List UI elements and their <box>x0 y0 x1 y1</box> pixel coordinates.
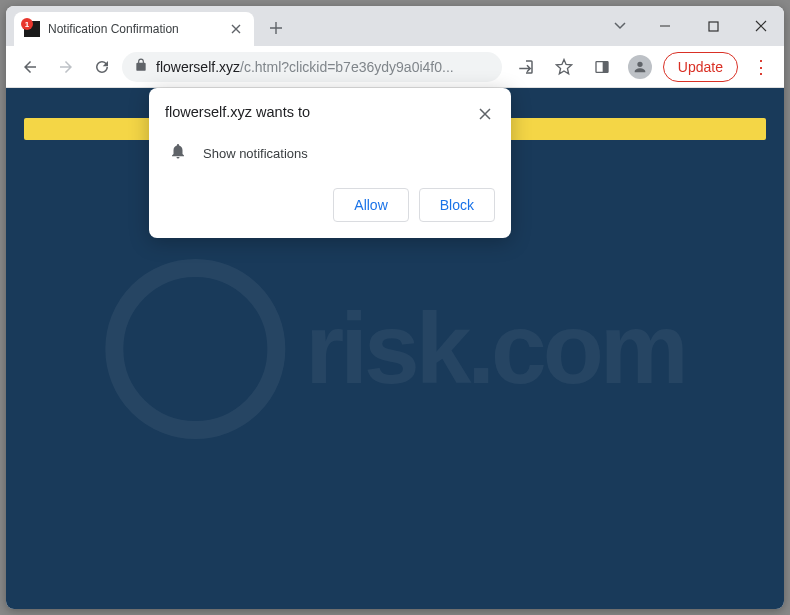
address-bar[interactable]: flowerself.xyz/c.html?clickid=b7e36ydy9a… <box>122 52 502 82</box>
window-controls <box>600 6 784 46</box>
update-button[interactable]: Update <box>663 52 738 82</box>
tab-active[interactable]: 1 Notification Confirmation <box>14 12 254 46</box>
sidepanel-button[interactable] <box>587 52 617 82</box>
tab-close-button[interactable] <box>228 21 244 37</box>
dialog-close-button[interactable] <box>475 104 495 124</box>
toolbar: flowerself.xyz/c.html?clickid=b7e36ydy9a… <box>6 46 784 88</box>
svg-rect-2 <box>603 61 608 72</box>
url-text: flowerself.xyz/c.html?clickid=b7e36ydy9a… <box>156 59 490 75</box>
tab-favicon: 1 <box>24 21 40 37</box>
maximize-button[interactable] <box>690 10 736 42</box>
bookmark-button[interactable] <box>549 52 579 82</box>
share-button[interactable] <box>511 52 541 82</box>
tabs-area: 1 Notification Confirmation <box>6 6 290 46</box>
block-button[interactable]: Block <box>419 188 495 222</box>
browser-window: 1 Notification Confirmation <box>6 6 784 609</box>
tab-title: Notification Confirmation <box>48 22 179 36</box>
dialog-body-text: Show notifications <box>203 146 308 161</box>
favicon-badge: 1 <box>21 18 33 30</box>
dialog-title: flowerself.xyz wants to <box>165 104 310 120</box>
titlebar: 1 Notification Confirmation <box>6 6 784 46</box>
svg-rect-0 <box>709 22 718 31</box>
tab-search-button[interactable] <box>600 22 640 30</box>
permission-dialog: flowerself.xyz wants to Show notificatio… <box>149 88 511 238</box>
minimize-button[interactable] <box>642 10 688 42</box>
close-window-button[interactable] <box>738 10 784 42</box>
watermark-logo <box>105 259 285 439</box>
back-button[interactable] <box>14 51 46 83</box>
bell-icon <box>169 142 187 164</box>
lock-icon <box>134 58 148 75</box>
forward-button[interactable] <box>50 51 82 83</box>
menu-button[interactable]: ⋮ <box>746 52 776 82</box>
watermark: risk.com <box>105 259 684 439</box>
allow-button[interactable]: Allow <box>333 188 408 222</box>
profile-button[interactable] <box>625 52 655 82</box>
new-tab-button[interactable] <box>262 14 290 42</box>
reload-button[interactable] <box>86 51 118 83</box>
